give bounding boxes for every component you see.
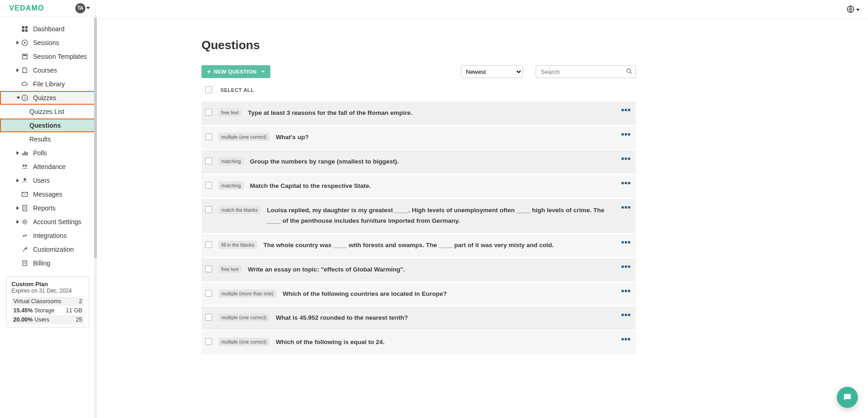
- plan-row-value: 11 GB: [66, 307, 82, 314]
- question-type-badge: multiple (one correct): [218, 313, 269, 322]
- question-text: Type at least 3 reasons for the fall of …: [248, 108, 615, 119]
- nav-polls[interactable]: Polls: [0, 146, 95, 160]
- nav-messages[interactable]: Messages: [0, 187, 95, 201]
- nav-session-templates[interactable]: Session Templates: [0, 50, 95, 63]
- question-checkbox[interactable]: [205, 314, 212, 321]
- nav: Dashboard Sessions Session Templates Cou…: [0, 17, 95, 418]
- question-type-badge: matching: [218, 181, 244, 190]
- question-actions-icon[interactable]: [622, 313, 630, 316]
- search-icon[interactable]: [626, 68, 632, 75]
- cloud-icon: [21, 80, 28, 88]
- question-checkbox[interactable]: [205, 290, 212, 297]
- chat-icon: [842, 392, 852, 402]
- question-actions-icon[interactable]: [622, 132, 630, 136]
- plan-expires: Expires on 31 Dec, 2024: [11, 288, 84, 294]
- nav-quizzes[interactable]: ? Quizzes 1: [0, 91, 95, 105]
- users-icon: [21, 177, 28, 184]
- book-icon: [21, 67, 28, 74]
- question-item[interactable]: multiple (more than one)Which of the fol…: [202, 282, 636, 307]
- sort-select[interactable]: Newest: [461, 65, 523, 78]
- nav-reports[interactable]: Reports: [0, 201, 95, 215]
- user-menu[interactable]: TA: [75, 3, 90, 13]
- chat-widget[interactable]: [837, 387, 858, 408]
- question-item[interactable]: free textType at least 3 reasons for the…: [202, 102, 636, 126]
- billing-icon: [21, 260, 28, 267]
- svg-rect-1: [25, 26, 28, 28]
- question-checkbox[interactable]: [205, 265, 212, 272]
- plan-row-storage: 15.45% Storage 11 GB: [11, 306, 84, 315]
- nav-attendance[interactable]: Attendance: [0, 160, 95, 174]
- svg-rect-5: [22, 54, 28, 59]
- nav-account-settings[interactable]: Account Settings: [0, 215, 95, 229]
- nav-sessions[interactable]: Sessions: [0, 36, 95, 50]
- question-item[interactable]: multiple (one correct)What's up?: [202, 126, 636, 150]
- nav-questions[interactable]: Questions 2: [0, 119, 95, 132]
- question-actions-icon[interactable]: [622, 289, 630, 292]
- question-actions-icon[interactable]: [622, 240, 630, 243]
- nav-label: Users: [33, 177, 50, 184]
- svg-rect-18: [23, 261, 27, 266]
- question-checkbox[interactable]: [205, 241, 212, 248]
- question-checkbox[interactable]: [205, 182, 212, 189]
- svg-point-13: [25, 164, 27, 166]
- nav-label: Billing: [33, 260, 50, 267]
- sidebar-scrollbar[interactable]: [94, 17, 97, 418]
- question-actions-icon[interactable]: [622, 157, 630, 160]
- search-input[interactable]: [536, 65, 636, 78]
- question-checkbox[interactable]: [205, 109, 212, 116]
- sidebar-scroll-thumb[interactable]: [94, 17, 97, 258]
- svg-rect-2: [22, 29, 24, 32]
- nav-label: Integrations: [33, 232, 67, 239]
- content: Questions + NEW QUESTION Newest: [96, 20, 868, 418]
- question-item[interactable]: matchingMatch the Capital to the respect…: [202, 175, 636, 199]
- nav-quizzes-list[interactable]: Quizzes List: [0, 105, 95, 119]
- dropdown-caret-icon: [261, 71, 265, 73]
- nav-results[interactable]: Results: [0, 132, 95, 146]
- nav-file-library[interactable]: File Library: [0, 77, 95, 91]
- nav-sub-label: Questions: [29, 122, 61, 129]
- question-checkbox[interactable]: [205, 206, 212, 213]
- svg-point-17: [23, 220, 26, 223]
- plan-row-label: Storage: [34, 307, 55, 314]
- report-icon: [21, 204, 28, 212]
- question-item[interactable]: multiple (one correct)What is 45.952 rou…: [202, 306, 636, 331]
- question-item[interactable]: multiple (one correct)Which of the follo…: [202, 331, 636, 355]
- question-type-badge: multiple (one correct): [218, 133, 269, 141]
- question-text: The whole country was ____ with forests …: [263, 240, 615, 251]
- question-actions-icon[interactable]: [622, 108, 630, 111]
- plan-row-label: Virtual Classrooms: [13, 298, 62, 305]
- right-controls: Newest: [461, 65, 636, 78]
- nav-dashboard[interactable]: Dashboard: [0, 22, 95, 36]
- nav-courses[interactable]: Courses: [0, 63, 95, 77]
- toolbar: + NEW QUESTION Newest: [202, 65, 636, 78]
- question-item[interactable]: fill in the blanksThe whole country was …: [202, 234, 636, 258]
- sidebar-header: VEDAMO TA: [0, 0, 95, 17]
- question-item[interactable]: free textWrite an essay on topic: "effec…: [202, 258, 636, 282]
- question-actions-icon[interactable]: [622, 265, 630, 268]
- nav-billing[interactable]: Billing: [0, 256, 95, 270]
- globe-icon[interactable]: [847, 6, 854, 14]
- new-question-button[interactable]: + NEW QUESTION: [202, 65, 270, 78]
- plan-row-label: Users: [34, 316, 50, 323]
- nav-label: Quizzes: [33, 94, 56, 102]
- template-icon: [21, 53, 28, 60]
- question-actions-icon[interactable]: [622, 181, 630, 184]
- brand-logo[interactable]: VEDAMO: [9, 4, 44, 12]
- nav-users[interactable]: Users: [0, 174, 95, 187]
- nav-customization[interactable]: Customization: [0, 243, 95, 256]
- question-checkbox[interactable]: [205, 133, 212, 140]
- question-checkbox[interactable]: [205, 158, 212, 164]
- language-caret-icon[interactable]: [856, 9, 860, 11]
- question-actions-icon[interactable]: [622, 337, 630, 340]
- question-item[interactable]: match the blanksLouisa replied, my daugh…: [202, 199, 636, 234]
- search-wrap: [536, 65, 636, 78]
- question-text: Which of the following countries are loc…: [283, 289, 615, 299]
- question-item[interactable]: matchingGroup the numbers by range (smal…: [202, 150, 636, 175]
- people-icon: [21, 163, 28, 170]
- question-checkbox[interactable]: [205, 338, 212, 345]
- select-all-checkbox[interactable]: [205, 86, 212, 93]
- nav-integrations[interactable]: Integrations: [0, 229, 95, 243]
- nav-label: Dashboard: [33, 25, 65, 33]
- question-type-badge: free text: [218, 265, 241, 273]
- question-actions-icon[interactable]: [622, 205, 630, 209]
